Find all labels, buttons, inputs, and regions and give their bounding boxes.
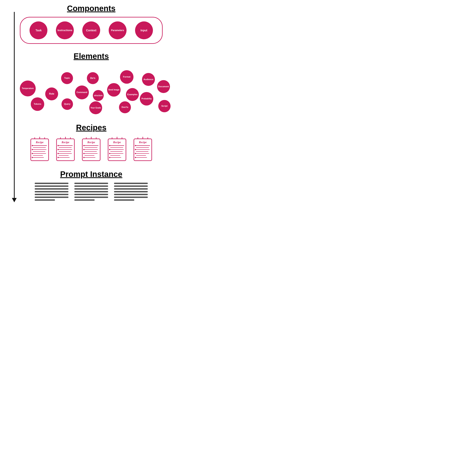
components-title: Components — [67, 4, 116, 13]
prompt-line — [74, 191, 108, 192]
elements-title: Elements — [74, 52, 109, 61]
prompt-line — [35, 197, 68, 198]
bubble-temperature: Temperature — [20, 81, 36, 96]
recipe-card-5: Recipe — [132, 136, 154, 162]
bubble-examples: Examples — [126, 88, 139, 101]
svg-point-28 — [57, 145, 59, 146]
prompt-line — [35, 194, 68, 195]
recipe-card-3: Recipe — [80, 136, 102, 162]
svg-text:Recipe: Recipe — [36, 141, 44, 144]
prompt-line — [74, 197, 108, 198]
bubble-tokens: Tokens — [31, 97, 44, 111]
svg-point-46 — [83, 153, 85, 154]
bubble-format: Format — [120, 70, 134, 84]
bubble-probability: Probability — [140, 92, 153, 105]
svg-point-45 — [83, 149, 85, 150]
bubble-dos: Do's — [87, 72, 99, 84]
prompt-row — [35, 183, 148, 201]
bubble-query: Query — [62, 98, 73, 110]
component-context: Context — [82, 21, 100, 39]
prompt-block-1 — [35, 183, 68, 201]
elements-section: Elements Temperature Tokens Role Topic Q… — [0, 50, 178, 122]
components-box: Task Instructions Context Parameters Inp… — [20, 17, 163, 44]
bubble-donts: Don'ts — [119, 101, 131, 113]
component-parameters: Parameters — [109, 21, 127, 39]
bubble-topic: Topic — [61, 72, 73, 84]
svg-point-76 — [135, 145, 136, 146]
prompt-line — [74, 183, 108, 184]
svg-point-79 — [135, 157, 136, 158]
svg-point-44 — [83, 145, 85, 146]
prompt-line — [35, 188, 68, 190]
component-instructions: Instructions — [56, 21, 74, 39]
recipe-card-2: Recipe — [54, 136, 76, 162]
prompt-line — [114, 194, 148, 195]
svg-point-30 — [57, 153, 59, 154]
recipes-section: Recipes Recipe — [0, 122, 178, 168]
svg-text:Recipe: Recipe — [139, 141, 147, 144]
svg-point-63 — [109, 157, 110, 158]
prompt-block-3 — [114, 183, 148, 201]
arrow-head — [12, 198, 17, 202]
recipe-card-1: Recipe — [29, 136, 51, 162]
prompt-instance-title: Prompt Instance — [60, 170, 122, 179]
svg-point-62 — [109, 153, 110, 154]
recipes-title: Recipes — [76, 123, 106, 132]
prompt-line — [35, 191, 68, 192]
svg-point-12 — [32, 145, 33, 146]
elements-cloud: Temperature Tokens Role Topic Query Comm… — [20, 65, 163, 116]
svg-point-31 — [57, 157, 59, 158]
svg-point-77 — [135, 149, 136, 150]
prompt-line — [114, 183, 148, 184]
prompt-line — [114, 191, 148, 192]
svg-text:Recipe: Recipe — [62, 141, 69, 144]
prompt-line — [35, 186, 68, 187]
svg-point-61 — [109, 149, 110, 150]
bubble-audience: Audience — [142, 73, 155, 86]
prompt-line — [74, 188, 108, 190]
svg-point-78 — [135, 153, 136, 154]
arrow-line — [14, 12, 15, 198]
prompt-line — [74, 186, 108, 187]
bubble-document: Document — [157, 80, 170, 93]
prompt-line — [35, 199, 55, 201]
prompt-line — [114, 199, 134, 201]
prompt-block-2 — [74, 183, 108, 201]
svg-point-29 — [57, 149, 59, 150]
prompt-line — [114, 186, 148, 187]
components-section: Components Task Instructions Context Par… — [0, 0, 178, 50]
bubble-script: Script — [158, 100, 170, 112]
svg-point-60 — [109, 145, 110, 146]
prompt-line — [35, 183, 68, 184]
component-input: Input — [135, 21, 153, 39]
svg-text:Recipe: Recipe — [113, 141, 121, 144]
bubble-command: Command — [75, 85, 89, 99]
recipe-card-4: Recipe — [106, 136, 128, 162]
prompt-line — [114, 197, 148, 198]
prompt-instance-section: Prompt Instance — [0, 168, 178, 207]
svg-point-47 — [83, 157, 85, 158]
flow-arrow — [12, 12, 17, 202]
svg-point-13 — [32, 149, 33, 150]
prompt-line — [74, 199, 95, 201]
bubble-role: Role — [45, 87, 58, 100]
recipes-row: Recipe Re — [29, 136, 154, 162]
svg-point-15 — [32, 157, 33, 158]
prompt-line — [114, 188, 148, 190]
bubble-seed-image: Seed Image — [107, 83, 120, 97]
prompt-line — [74, 194, 108, 195]
bubble-structure: structure — [93, 90, 104, 101]
bubble-your-goals: Your Goals — [89, 101, 102, 114]
component-task: Task — [30, 21, 47, 39]
svg-text:Recipe: Recipe — [87, 141, 95, 144]
svg-point-14 — [32, 153, 33, 154]
